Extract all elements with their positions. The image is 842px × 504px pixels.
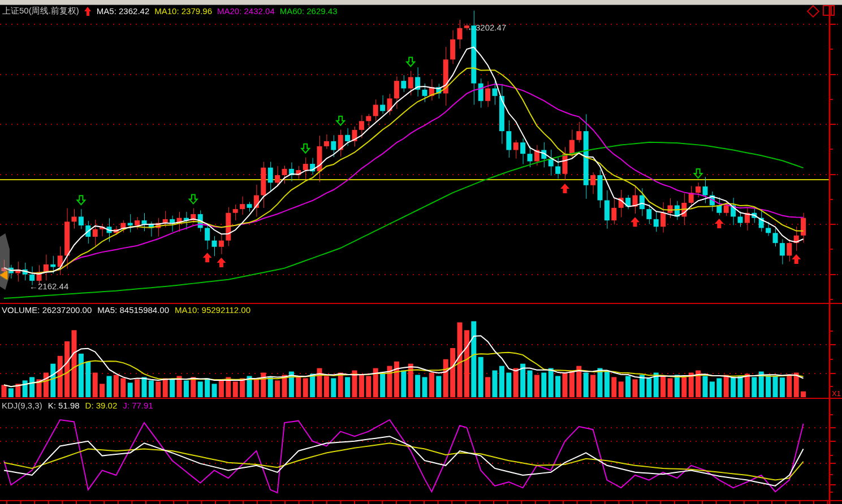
zoom-multiplier-label: X1 — [832, 389, 841, 398]
ma20-value: MA20: 2432.04 — [217, 6, 275, 16]
trading-app-window: 上证50(周线.前复权) MA5: 2362.42 MA10: 2379.96 … — [0, 0, 842, 504]
window-title-strip — [0, 0, 842, 5]
low-price-annotation: ←2162.44 — [29, 281, 68, 291]
volume-value: VOLUME: 26237200.00 — [2, 305, 92, 315]
volume-pane-header: VOLUME: 26237200.00 MA5: 84515984.00 MA1… — [2, 305, 251, 315]
kdj-k-value: K: 51.98 — [48, 401, 80, 410]
up-arrow-icon — [84, 7, 92, 16]
volume-ma5-value: MA5: 84515984.00 — [97, 305, 169, 315]
volume-ma10-value: MA10: 95292112.00 — [175, 305, 251, 315]
price-pane-header: 上证50(周线.前复权) MA5: 2362.42 MA10: 2379.96 … — [2, 6, 338, 16]
kdj-pane-header: KDJ(9,3,3) K: 51.98 D: 39.02 J: 77.91 — [2, 401, 153, 410]
ma5-value: MA5: 2362.42 — [97, 6, 149, 16]
window-icon[interactable] — [823, 5, 835, 16]
chart-canvas[interactable] — [0, 0, 842, 504]
kdj-j-value: J: 77.91 — [123, 401, 153, 410]
ma60-value: MA60: 2629.43 — [280, 6, 338, 16]
high-price-annotation: ←3202.47 — [467, 23, 506, 32]
symbol-label: 上证50(周线.前复权) — [2, 6, 79, 16]
kdj-d-value: D: 39.02 — [85, 401, 118, 410]
ma10-value: MA10: 2379.96 — [154, 6, 212, 16]
left-marker-icon — [0, 271, 7, 280]
kdj-name: KDJ(9,3,3) — [2, 401, 42, 410]
